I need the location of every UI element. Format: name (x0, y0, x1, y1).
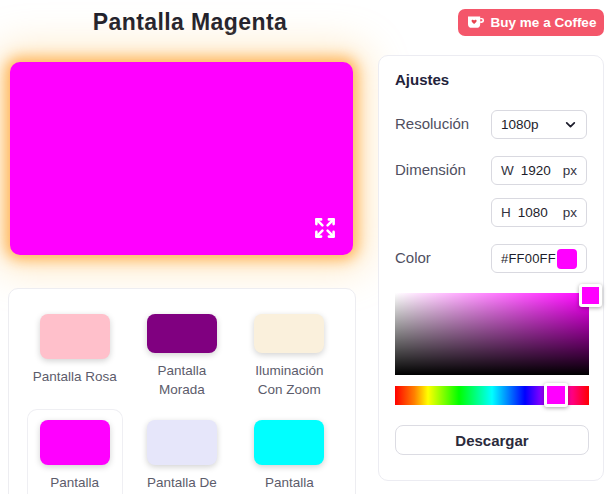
swatch-pantalla-cian[interactable]: Pantalla (241, 409, 337, 494)
dimension-label: Dimensión (395, 156, 466, 227)
swatch-tile (254, 420, 324, 465)
settings-panel: Ajustes Resolución 1080p Dimensión W 192… (378, 55, 604, 481)
settings-title: Ajustes (395, 71, 587, 88)
color-hex-input[interactable]: #FF00FF (491, 244, 587, 273)
resolution-label: Resolución (395, 110, 469, 139)
swatch-tile (147, 420, 217, 465)
swatch-label: Pantalla (50, 473, 99, 492)
swatch-iluminacion-con-zoom[interactable]: Iluminación Con Zoom (241, 303, 337, 409)
width-prefix: W (501, 163, 514, 178)
screen-gallery-card: Pantalla Rosa Pantalla Morada Iluminació… (8, 288, 356, 494)
swatch-label: Pantalla Rosa (33, 367, 117, 386)
page-title: Pantalla Magenta (0, 9, 380, 36)
dimension-row: Dimensión W 1920 px H 1080 px (395, 156, 587, 227)
width-unit: px (563, 163, 577, 178)
fullscreen-expand-icon[interactable] (311, 214, 339, 242)
swatch-tile (147, 314, 217, 353)
swatch-pantalla-magenta[interactable]: Pantalla (27, 409, 123, 494)
coffee-cup-icon (466, 15, 485, 30)
width-value: 1920 (521, 163, 551, 178)
hue-slider[interactable] (395, 386, 589, 405)
chevron-down-icon (564, 118, 577, 131)
resolution-row: Resolución 1080p (395, 110, 587, 139)
color-screen-preview[interactable] (10, 62, 353, 255)
color-label: Color (395, 244, 431, 273)
height-input[interactable]: H 1080 px (491, 198, 587, 227)
resolution-value: 1080p (501, 117, 539, 132)
swatch-pantalla-morada[interactable]: Pantalla Morada (134, 303, 230, 409)
resolution-select[interactable]: 1080p (491, 110, 587, 139)
height-value: 1080 (518, 205, 548, 220)
saturation-value-picker[interactable] (395, 293, 589, 375)
swatch-pantalla-de[interactable]: Pantalla De (134, 409, 230, 494)
swatch-tile (40, 314, 110, 359)
height-unit: px (563, 205, 577, 220)
download-button[interactable]: Descargar (395, 425, 589, 455)
swatch-tile (40, 420, 110, 465)
swatch-label: Pantalla De (147, 473, 217, 492)
coffee-button-label: Buy me a Coffee (491, 15, 597, 30)
hue-handle[interactable] (544, 383, 568, 407)
saturation-value-handle[interactable] (579, 284, 602, 307)
width-input[interactable]: W 1920 px (491, 156, 587, 185)
swatch-pantalla-rosa[interactable]: Pantalla Rosa (27, 303, 123, 409)
buy-me-a-coffee-button[interactable]: Buy me a Coffee (458, 9, 604, 36)
swatch-tile (254, 314, 324, 353)
swatch-label: Iluminación Con Zoom (244, 361, 334, 399)
swatch-label: Pantalla (265, 473, 314, 492)
height-prefix: H (501, 205, 511, 220)
color-row: Color #FF00FF (395, 244, 587, 273)
color-hex-value: #FF00FF (501, 251, 556, 266)
swatch-label: Pantalla Morada (137, 361, 227, 399)
color-mini-swatch (557, 249, 577, 269)
